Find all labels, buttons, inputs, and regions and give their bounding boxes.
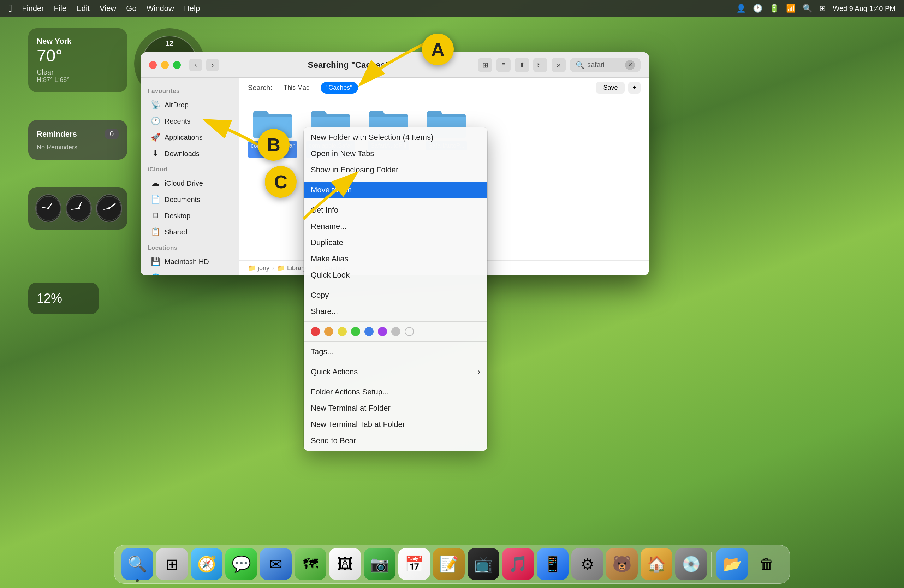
notes-icon: 📝	[439, 555, 459, 573]
annotation-b: B	[258, 129, 289, 161]
dock-notes[interactable]: 📝	[433, 548, 465, 580]
breadcrumb-icon-1: 📁	[277, 264, 285, 272]
sidebar-item-macintosh-hd[interactable]: 💾 Macintosh HD	[143, 254, 236, 270]
dock: 🔍 ⊞ 🧭 💬 ✉ 🗺 🖼 📷 📅 📝 📺 🎵 📱 ⚙ 🐻 🏠	[114, 545, 790, 584]
sidebar-item-network[interactable]: 🌐 Network	[143, 270, 236, 275]
forward-button[interactable]: ›	[206, 58, 219, 71]
ctx-open-new-tabs[interactable]: Open in New Tabs	[304, 145, 487, 162]
ctx-make-alias[interactable]: Make Alias	[304, 251, 487, 267]
dock-maps[interactable]: 🗺	[294, 548, 326, 580]
weather-condition: Clear	[37, 68, 119, 76]
menu-file[interactable]: File	[54, 4, 66, 13]
sidebar-label-network: Network	[164, 274, 190, 276]
search-text: safari	[587, 61, 622, 69]
ctx-send-to-bear[interactable]: Send to Bear	[304, 433, 487, 449]
maps-icon: 🗺	[303, 555, 318, 573]
search-icon[interactable]: 🔍	[803, 4, 812, 13]
dock-photos[interactable]: 🖼	[329, 548, 361, 580]
ctx-tags[interactable]: Tags...	[304, 344, 487, 360]
add-button[interactable]: +	[628, 82, 640, 93]
sidebar-label-documents: Documents	[164, 196, 200, 204]
sidebar-section-favourites: Favourites	[141, 83, 239, 97]
dock-trash[interactable]: 🗑	[751, 548, 782, 580]
dock-messages[interactable]: 💬	[225, 548, 257, 580]
menu-view[interactable]: View	[100, 4, 116, 13]
weather-widget: New York 70° Clear H:87° L:68°	[28, 28, 127, 92]
sidebar-item-shared[interactable]: 📋 Shared	[143, 224, 236, 240]
analog-clocks-widget	[28, 187, 127, 229]
finder-nav: ‹ ›	[189, 58, 219, 71]
view-list-button[interactable]: ≡	[496, 58, 510, 72]
back-button[interactable]: ‹	[189, 58, 202, 71]
sidebar-item-airdrop[interactable]: 📡 AirDrop	[143, 97, 236, 113]
ctx-share[interactable]: Share...	[304, 303, 487, 319]
sidebar-label-desktop: Desktop	[164, 212, 190, 220]
ctx-new-folder[interactable]: New Folder with Selection (4 Items)	[304, 129, 487, 145]
menu-finder[interactable]: Finder	[22, 4, 44, 13]
tag-green[interactable]	[351, 327, 360, 336]
close-button[interactable]	[149, 61, 157, 69]
ctx-copy[interactable]: Copy	[304, 287, 487, 303]
search-scope-this-mac[interactable]: This Mac	[278, 82, 315, 93]
view-grid-button[interactable]: ⊞	[478, 58, 492, 72]
control-center-icon[interactable]: ⊞	[819, 4, 826, 13]
dock-mail[interactable]: ✉	[260, 548, 292, 580]
dock-finder2[interactable]: 📂	[716, 548, 748, 580]
ctx-new-terminal-tab[interactable]: New Terminal Tab at Folder	[304, 416, 487, 433]
dock-systemprefs[interactable]: ⚙	[571, 548, 603, 580]
save-button[interactable]: Save	[596, 82, 625, 93]
battery-icon[interactable]: 🔋	[770, 4, 779, 13]
fullscreen-button[interactable]	[173, 61, 181, 69]
menu-window[interactable]: Window	[147, 4, 174, 13]
analog-clock-3	[96, 194, 122, 223]
diskutility-icon: 💿	[681, 555, 701, 573]
analog-clock-2	[66, 194, 92, 223]
menu-go[interactable]: Go	[126, 4, 136, 13]
menu-help[interactable]: Help	[184, 4, 200, 13]
ctx-new-terminal[interactable]: New Terminal at Folder	[304, 400, 487, 416]
tag-gray[interactable]	[391, 327, 400, 336]
tag-blue[interactable]	[364, 327, 374, 336]
dock-home[interactable]: 🏠	[640, 548, 672, 580]
clock-icon[interactable]: 🕐	[753, 4, 762, 13]
search-bar[interactable]: 🔍 safari ✕	[570, 58, 640, 72]
user-icon[interactable]: 👤	[736, 4, 746, 13]
annotation-c: C	[265, 166, 297, 198]
dock-appstore[interactable]: 📱	[537, 548, 569, 580]
dock-appletv[interactable]: 📺	[468, 548, 499, 580]
ctx-folder-actions-setup[interactable]: Folder Actions Setup...	[304, 384, 487, 400]
ctx-duplicate[interactable]: Duplicate	[304, 234, 487, 251]
reminders-subtitle: No Reminders	[37, 144, 119, 151]
tag-yellow[interactable]	[338, 327, 347, 336]
menubar:  Finder File Edit View Go Window Help 👤…	[0, 0, 904, 17]
menu-edit[interactable]: Edit	[76, 4, 90, 13]
ctx-sep-4	[304, 321, 487, 322]
dock-safari[interactable]: 🧭	[191, 548, 223, 580]
apple-menu[interactable]: 	[8, 3, 12, 14]
dock-calendar[interactable]: 📅	[398, 548, 430, 580]
dock-finder[interactable]: 🔍	[122, 548, 153, 580]
dock-facetime[interactable]: 📷	[364, 548, 395, 580]
sidebar-item-desktop[interactable]: 🖥 Desktop	[143, 208, 236, 224]
ctx-quick-look[interactable]: Quick Look	[304, 267, 487, 283]
wifi-icon[interactable]: 📶	[786, 4, 796, 13]
more-button[interactable]: »	[552, 58, 566, 72]
desktop-icon: 🖥	[150, 211, 160, 220]
appstore-icon: 📱	[543, 555, 563, 573]
tag-none[interactable]	[405, 327, 414, 336]
tag-orange[interactable]	[324, 327, 333, 336]
tag-red[interactable]	[311, 327, 320, 336]
sidebar-item-icloud-drive[interactable]: ☁ iCloud Drive	[143, 175, 236, 191]
tag-purple[interactable]	[378, 327, 387, 336]
svg-text:12: 12	[166, 40, 173, 47]
dock-bear[interactable]: 🐻	[606, 548, 638, 580]
search-clear-button[interactable]: ✕	[625, 60, 635, 70]
dock-music[interactable]: 🎵	[502, 548, 534, 580]
ctx-quick-actions[interactable]: Quick Actions ›	[304, 364, 487, 380]
minimize-button[interactable]	[161, 61, 169, 69]
share-button[interactable]: ⬆	[515, 58, 529, 72]
sidebar-item-documents[interactable]: 📄 Documents	[143, 191, 236, 208]
dock-diskutility[interactable]: 💿	[675, 548, 707, 580]
tag-button[interactable]: 🏷	[533, 58, 547, 72]
dock-launchpad[interactable]: ⊞	[156, 548, 188, 580]
